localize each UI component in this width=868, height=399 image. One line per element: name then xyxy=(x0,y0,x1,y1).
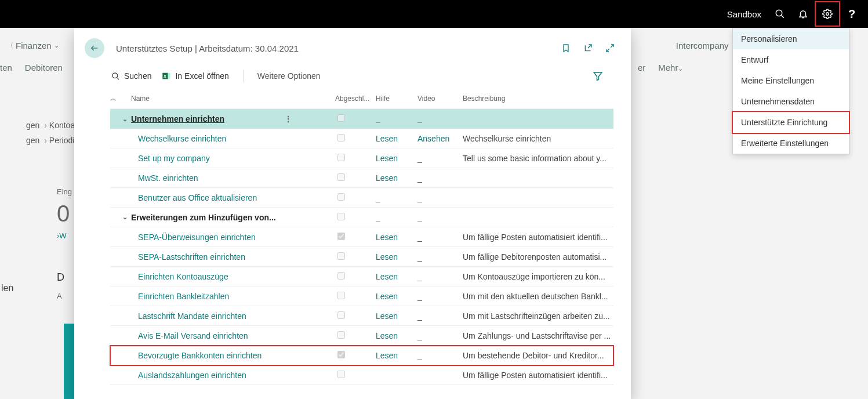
settings-button-highlight xyxy=(815,1,840,27)
help-link[interactable]: Lesen xyxy=(376,154,417,163)
help-link: _ xyxy=(376,193,417,202)
row-name[interactable]: Wechselkurse einrichten xyxy=(131,134,335,143)
nav-intercompany[interactable]: Intercompany⌄ xyxy=(676,41,736,50)
help-link[interactable]: Lesen xyxy=(376,292,417,301)
video-link: _ xyxy=(417,114,463,124)
bg-link-w[interactable]: ›W xyxy=(57,231,72,240)
help-link[interactable]: Lesen xyxy=(376,173,417,183)
video-link: _ xyxy=(417,173,463,183)
video-link: _ xyxy=(417,331,463,340)
bg-mehr[interactable]: Mehr⌄ xyxy=(658,63,683,72)
filter-icon[interactable] xyxy=(593,71,603,81)
help-link[interactable]: Lesen xyxy=(376,351,417,360)
row-name[interactable]: SEPA-Überweisungen einrichten xyxy=(131,233,335,242)
table-row[interactable]: Bevorzugte Bankkonten einrichtenLesen_Um… xyxy=(110,346,613,365)
row-name[interactable]: MwSt. einrichten xyxy=(131,173,335,183)
help-link[interactable]: Lesen xyxy=(376,233,417,242)
chevron-down-icon[interactable]: ⌄ xyxy=(122,213,128,221)
completed-checkbox xyxy=(337,193,345,201)
table-row[interactable]: Auslandszahlungen einrichtenUm fällige P… xyxy=(110,365,613,385)
section-row[interactable]: ⌄Unternehmen einrichten⋮__ xyxy=(110,109,613,129)
table-row[interactable]: Avis E-Mail Versand einrichtenLesen_Um Z… xyxy=(110,326,613,346)
row-name[interactable]: Einrichten Bankleitzahlen xyxy=(131,292,335,301)
grid-header: ︽ Name Abgeschl... Hilfe Video Beschreib… xyxy=(110,89,613,109)
table-row[interactable]: MwSt. einrichtenLesen_ xyxy=(110,168,613,188)
video-link[interactable]: Ansehen xyxy=(417,134,463,143)
col-help[interactable]: Hilfe xyxy=(376,95,417,103)
chevron-down-icon[interactable]: ⌄ xyxy=(122,115,128,123)
expand-icon[interactable] xyxy=(605,43,615,53)
row-name[interactable]: Einrichten Kontoauszüge xyxy=(131,272,335,281)
bg-crumb-1[interactable]: gen ›Kontoa xyxy=(26,121,78,130)
open-in-excel[interactable]: X In Excel öffnen xyxy=(162,71,228,81)
video-link: _ xyxy=(417,252,463,262)
row-name[interactable]: Auslandszahlungen einrichten xyxy=(131,371,335,380)
collapse-all-icon[interactable]: ︽ xyxy=(110,95,117,101)
col-name[interactable]: Name xyxy=(131,95,335,103)
svg-line-4 xyxy=(611,45,613,48)
col-done[interactable]: Abgeschl... xyxy=(335,95,376,103)
back-button[interactable] xyxy=(85,38,104,58)
nav-finanzen[interactable]: 〈Finanzen⌄ xyxy=(7,41,59,50)
table-row[interactable]: SEPA-Überweisungen einrichtenLesen_Um fä… xyxy=(110,227,613,247)
svg-text:X: X xyxy=(164,74,167,78)
row-name[interactable]: Unternehmen einrichten xyxy=(131,114,335,124)
table-row[interactable]: Lastschrift Mandate einrichtenLesen_Um m… xyxy=(110,306,613,326)
environment-label: Sandbox xyxy=(727,9,761,19)
bg-debitoren[interactable]: Debitoren xyxy=(25,63,63,72)
menu-unternehmensdaten[interactable]: Unternehmensdaten xyxy=(733,91,849,112)
row-name[interactable]: Avis E-Mail Versand einrichten xyxy=(131,331,335,340)
help-link[interactable]: Lesen xyxy=(376,134,417,143)
table-row[interactable]: Einrichten KontoauszügeLesen_Um Kontoaus… xyxy=(110,267,613,286)
completed-checkbox xyxy=(337,154,345,161)
search-action[interactable]: Suchen xyxy=(111,71,151,81)
help-link[interactable]: Lesen xyxy=(376,331,417,340)
svg-point-0 xyxy=(776,10,782,16)
row-name[interactable]: Set up my company xyxy=(131,154,335,163)
row-name[interactable]: Benutzer aus Office aktualisieren xyxy=(131,193,335,202)
help-icon[interactable]: ? xyxy=(840,2,863,26)
section-row[interactable]: ⌄Erweiterungen zum Hinzufügen von...__ xyxy=(110,208,613,227)
row-name[interactable]: Bevorzugte Bankkonten einrichten xyxy=(131,351,335,360)
row-menu-icon[interactable]: ⋮ xyxy=(284,114,292,124)
row-description: Tell us some basic information about y..… xyxy=(463,154,613,163)
menu-personalisieren[interactable]: Personalisieren xyxy=(733,28,849,49)
help-link[interactable]: Lesen xyxy=(376,252,417,262)
gear-icon[interactable] xyxy=(816,2,839,26)
col-desc[interactable]: Beschreibung xyxy=(463,95,613,103)
help-link[interactable]: Lesen xyxy=(376,311,417,321)
completed-checkbox xyxy=(337,114,345,122)
more-options[interactable]: Weitere Optionen xyxy=(257,71,321,81)
row-name[interactable]: Erweiterungen zum Hinzufügen von... xyxy=(131,213,335,222)
svg-point-2 xyxy=(826,13,829,16)
row-description: Um fällige Debitorenposten automatisi... xyxy=(463,252,613,262)
table-row[interactable]: Benutzer aus Office aktualisieren__ xyxy=(110,188,613,208)
row-name[interactable]: Lastschrift Mandate einrichten xyxy=(131,311,335,321)
topbar: Sandbox ? xyxy=(0,0,868,28)
col-video[interactable]: Video xyxy=(417,95,463,103)
bg-label-eing: Eing xyxy=(57,187,72,196)
table-row[interactable]: Wechselkurse einrichtenLesenAnsehenWechs… xyxy=(110,129,613,148)
bg-crumb-2[interactable]: gen ›Periodis xyxy=(26,136,78,145)
row-description: Um bestehende Debitor- und Kreditor... xyxy=(463,351,613,360)
bookmark-icon[interactable] xyxy=(561,43,571,53)
video-link: _ xyxy=(417,233,463,242)
menu-erweiterte-einstellungen[interactable]: Erweiterte Einstellungen xyxy=(733,133,849,154)
svg-line-7 xyxy=(117,77,119,79)
help-link: _ xyxy=(376,114,417,124)
table-row[interactable]: SEPA-Lastschriften einrichtenLesen_Um fä… xyxy=(110,247,613,267)
table-row[interactable]: Set up my companyLesen_Tell us some basi… xyxy=(110,148,613,168)
row-name[interactable]: SEPA-Lastschriften einrichten xyxy=(131,252,335,262)
assisted-setup-modal: Unterstütztes Setup | Arbeitsdatum: 30.0… xyxy=(74,28,631,399)
popout-icon[interactable] xyxy=(583,43,593,53)
menu-unterstuetzte-einrichtung[interactable]: Unterstützte Einrichtung xyxy=(732,111,850,134)
menu-entwurf[interactable]: Entwurf xyxy=(733,49,849,70)
help-link[interactable]: Lesen xyxy=(376,272,417,281)
menu-meine-einstellungen[interactable]: Meine Einstellungen xyxy=(733,70,849,91)
table-row[interactable]: Einrichten BankleitzahlenLesen_Um mit de… xyxy=(110,286,613,306)
row-description: Um Zahlungs- und Lastschriftavise per ..… xyxy=(463,331,613,340)
bg-heading-d: D xyxy=(57,271,72,284)
search-icon[interactable] xyxy=(768,2,791,26)
row-description: Um fällige Posten automatisiert identifi… xyxy=(463,233,613,242)
bell-icon[interactable] xyxy=(791,2,815,26)
